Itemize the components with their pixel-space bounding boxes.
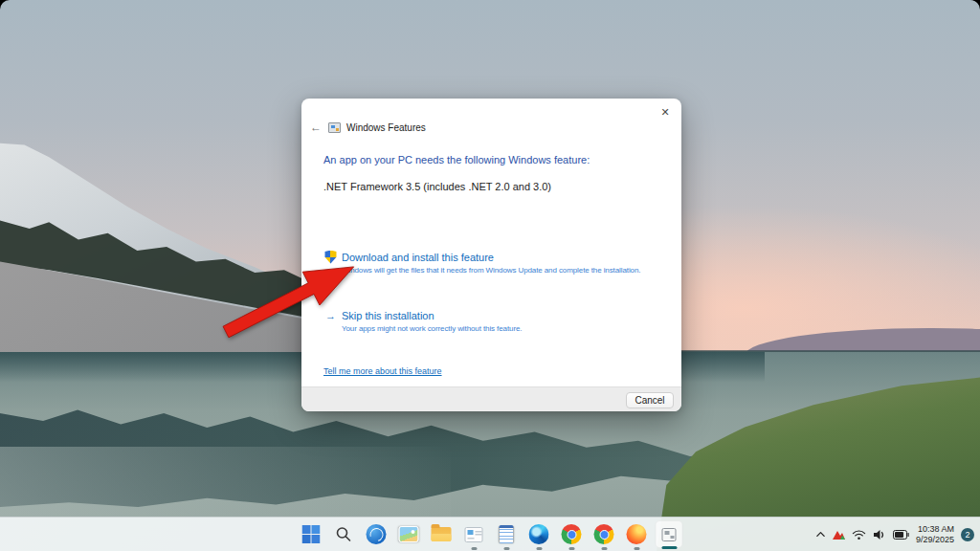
windows-logo-icon xyxy=(302,525,321,543)
hidden-icons-button[interactable] xyxy=(815,529,826,540)
quick-settings-button[interactable] xyxy=(852,529,866,540)
wifi-icon xyxy=(852,529,866,540)
active-window-indicator xyxy=(661,546,677,549)
option-title: Skip this installation xyxy=(342,310,434,321)
app-window-icon xyxy=(465,527,483,542)
dialog-title: Windows Features xyxy=(346,122,426,133)
taskbar-item-blue-circle-app[interactable] xyxy=(363,520,390,548)
running-indicator xyxy=(471,547,477,550)
taskbar-item-app-window[interactable] xyxy=(460,520,488,548)
taskbar-item-notepad[interactable] xyxy=(493,520,521,548)
windows-features-dialog: ✕ ← Windows Features An app on your PC n… xyxy=(301,99,681,411)
file-explorer-icon xyxy=(432,527,452,541)
windows-features-icon xyxy=(328,122,341,133)
notification-badge[interactable]: 2 xyxy=(961,528,974,541)
option-description: Your apps might not work correctly witho… xyxy=(342,324,522,333)
system-tray: 10:38 AM 9/29/2025 2 xyxy=(815,518,974,551)
search-icon xyxy=(336,526,352,542)
option-row: → Skip this installation xyxy=(324,308,522,322)
taskbar-center-icons xyxy=(298,518,683,551)
battery-icon xyxy=(893,530,909,540)
volume-icon xyxy=(873,529,886,540)
arrow-right-icon: → xyxy=(324,310,337,321)
desktop: ✕ ← Windows Features An app on your PC n… xyxy=(0,0,980,551)
running-indicator xyxy=(634,547,639,550)
taskbar-item-edge[interactable] xyxy=(525,520,553,548)
tray-app-button[interactable] xyxy=(833,529,845,540)
running-indicator xyxy=(503,547,509,550)
close-button[interactable]: ✕ xyxy=(655,102,676,121)
red-graph-icon xyxy=(833,529,845,540)
option-row: Download and install this feature xyxy=(324,250,640,264)
notepad-icon xyxy=(500,526,514,543)
uac-shield-icon xyxy=(324,251,337,264)
download-install-option[interactable]: Download and install this feature Window… xyxy=(324,250,640,275)
feature-name: .NET Framework 3.5 (includes .NET 2.0 an… xyxy=(323,181,551,192)
taskbar-item-windows-features[interactable] xyxy=(656,520,683,548)
option-title: Download and install this feature xyxy=(342,252,494,263)
taskbar: 10:38 AM 9/29/2025 2 xyxy=(0,517,980,551)
cancel-button[interactable]: Cancel xyxy=(626,392,674,408)
dialog-footer: Cancel xyxy=(301,386,681,411)
start-button[interactable] xyxy=(298,520,325,548)
taskbar-item-firefox[interactable] xyxy=(623,520,651,548)
tell-me-more-link[interactable]: Tell me more about this feature xyxy=(323,366,442,376)
dialog-header: ← Windows Features xyxy=(309,121,426,134)
running-indicator xyxy=(536,547,542,550)
chevron-up-icon xyxy=(815,529,826,540)
clock-time: 10:38 AM xyxy=(916,524,954,535)
photos-icon xyxy=(399,526,419,542)
skip-installation-option[interactable]: → Skip this installation Your apps might… xyxy=(324,308,522,333)
chrome-icon xyxy=(562,524,582,544)
taskbar-item-chrome-1[interactable] xyxy=(558,520,586,548)
firefox-icon xyxy=(627,524,647,544)
running-indicator xyxy=(601,547,607,550)
back-button[interactable]: ← xyxy=(309,121,323,134)
running-indicator xyxy=(568,547,574,550)
volume-button[interactable] xyxy=(873,529,886,540)
option-description: Windows will get the files that it needs… xyxy=(342,266,640,275)
blue-circle-app-icon xyxy=(367,524,387,544)
edge-icon xyxy=(529,524,549,544)
chrome-icon xyxy=(594,524,614,544)
battery-button[interactable] xyxy=(893,530,909,540)
dialog-heading: An app on your PC needs the following Wi… xyxy=(323,154,590,165)
taskbar-item-file-explorer[interactable] xyxy=(428,520,456,548)
close-icon: ✕ xyxy=(660,106,669,119)
clock[interactable]: 10:38 AM 9/29/2025 xyxy=(916,524,954,544)
taskbar-item-chrome-2[interactable] xyxy=(590,520,618,548)
windows-features-taskbar-icon xyxy=(662,528,677,541)
search-button[interactable] xyxy=(330,520,358,548)
taskbar-item-photos[interactable] xyxy=(395,520,423,548)
clock-date: 9/29/2025 xyxy=(916,535,954,545)
